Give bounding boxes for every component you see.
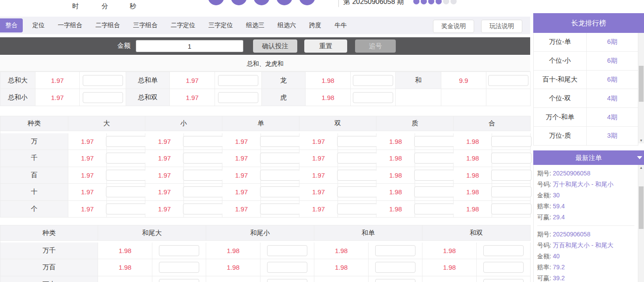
chevron-down-icon[interactable] bbox=[637, 156, 642, 159]
dragon-rank-row: 万个-和单4期 bbox=[534, 108, 638, 127]
tab-跨度[interactable]: 跨度 bbox=[309, 21, 321, 29]
scroll-down-icon[interactable]: ▼ bbox=[638, 139, 644, 143]
tab-牛牛[interactable]: 牛牛 bbox=[334, 21, 347, 29]
bet-amount-input[interactable] bbox=[183, 170, 223, 181]
bet-input-cell bbox=[338, 184, 377, 201]
bet-number-value: 万百和尾大小 - 和尾大 bbox=[553, 242, 613, 249]
bet-amount-input[interactable] bbox=[260, 136, 300, 147]
bet-input-cell bbox=[338, 133, 377, 150]
dragon-rank-periods[interactable]: 6期 bbox=[587, 33, 638, 51]
dragon-scrollbar-thumb[interactable] bbox=[639, 66, 644, 102]
odds-value: 1.98 bbox=[314, 276, 369, 282]
bet-amount-input[interactable] bbox=[183, 186, 223, 197]
tab-定位[interactable]: 定位 bbox=[32, 21, 45, 29]
bet-amount-input[interactable] bbox=[375, 245, 415, 256]
bet-amount-input[interactable] bbox=[337, 186, 377, 197]
bet-amount-input[interactable] bbox=[183, 203, 223, 214]
bet-odds-line: 赔率: 59.4 bbox=[537, 201, 638, 212]
dragon-rank-periods[interactable]: 4期 bbox=[587, 89, 638, 107]
tab-三字定位[interactable]: 三字定位 bbox=[208, 21, 233, 29]
bet-amount-input[interactable] bbox=[375, 279, 415, 282]
bet-amount-input[interactable] bbox=[267, 279, 307, 282]
bet-amount-input[interactable] bbox=[491, 136, 531, 147]
bet-amount-input[interactable] bbox=[106, 153, 146, 164]
dragon-rank-periods[interactable]: 3期 bbox=[587, 127, 638, 145]
tab-二字定位[interactable]: 二字定位 bbox=[171, 21, 195, 29]
bet-amount-input[interactable] bbox=[414, 136, 454, 147]
column-header: 双 bbox=[299, 116, 377, 131]
rules-info-button[interactable]: 玩法说明 bbox=[481, 20, 522, 33]
row-label: 万 bbox=[0, 133, 68, 150]
dragon-rank-periods[interactable]: 6期 bbox=[587, 52, 638, 70]
bet-amount-input[interactable] bbox=[414, 153, 454, 164]
odds-value: 1.98 bbox=[98, 243, 152, 260]
bet-amount-input[interactable] bbox=[260, 186, 300, 197]
lottery-ball bbox=[253, 0, 270, 5]
bet-amount-input[interactable] bbox=[414, 186, 454, 197]
bet-amount-input[interactable] bbox=[106, 136, 146, 147]
bet-amount-input[interactable] bbox=[267, 245, 307, 256]
bet-amount-input[interactable] bbox=[106, 203, 146, 214]
bet-amount-input[interactable] bbox=[337, 136, 377, 147]
bet-amount-input[interactable] bbox=[83, 92, 123, 103]
bet-amount-input[interactable] bbox=[483, 245, 524, 256]
confirm-bet-button[interactable]: 确认投注 bbox=[253, 39, 297, 53]
bet-amount-input[interactable] bbox=[414, 203, 454, 214]
bet-amount-input[interactable] bbox=[260, 153, 300, 164]
tab-组选三[interactable]: 组选三 bbox=[246, 21, 264, 29]
bet-amount-input[interactable] bbox=[491, 203, 531, 214]
bet-input-cell bbox=[351, 72, 396, 89]
bet-amount-input[interactable] bbox=[491, 170, 531, 181]
reset-button[interactable]: 重置 bbox=[304, 39, 347, 53]
bet-amount-input[interactable] bbox=[218, 92, 258, 103]
row-label: 百 bbox=[0, 167, 68, 184]
bet-amount-input[interactable] bbox=[491, 186, 531, 197]
bet-amount-input[interactable] bbox=[183, 136, 223, 147]
bet-input-cell bbox=[261, 133, 299, 150]
bet-amount-input[interactable] bbox=[337, 170, 377, 181]
bet-amount-input[interactable] bbox=[375, 262, 415, 273]
bet-amount-input[interactable] bbox=[183, 153, 223, 164]
bet-amount-input[interactable] bbox=[488, 75, 528, 86]
tab-整合[interactable]: 整合 bbox=[0, 18, 23, 32]
bet-amount-input[interactable] bbox=[159, 245, 199, 256]
bet-amount-input[interactable] bbox=[414, 170, 454, 181]
chase-number-button[interactable]: 追号 bbox=[355, 39, 396, 53]
bet-amount-input[interactable] bbox=[491, 153, 531, 164]
amount-input[interactable] bbox=[136, 40, 243, 52]
bet-amount-input[interactable] bbox=[83, 75, 123, 86]
bets-scrollbar-track[interactable]: ▲ bbox=[638, 165, 644, 282]
bet-amount-input[interactable] bbox=[337, 153, 377, 164]
bet-input-cell bbox=[107, 201, 145, 218]
odds-value: 1.97 bbox=[68, 167, 107, 184]
tab-三字组合[interactable]: 三字组合 bbox=[133, 21, 158, 29]
tab-一字组合[interactable]: 一字组合 bbox=[58, 21, 82, 29]
bet-period-label: 期号: bbox=[537, 231, 553, 238]
bet-amount-input[interactable] bbox=[267, 262, 307, 273]
bet-amount-input[interactable] bbox=[159, 262, 199, 273]
amount-label: 金额 bbox=[117, 42, 130, 50]
bet-amount-input[interactable] bbox=[260, 170, 300, 181]
bet-amount-input[interactable] bbox=[483, 262, 524, 273]
bet-amount-input[interactable] bbox=[353, 92, 393, 103]
bet-input-cell bbox=[415, 150, 454, 167]
bet-amount-input[interactable] bbox=[106, 170, 146, 181]
bet-amount-input[interactable] bbox=[218, 75, 258, 86]
bet-amount-input[interactable] bbox=[483, 279, 524, 282]
bets-scrollbar-thumb[interactable] bbox=[639, 186, 644, 229]
bet-input-cell bbox=[492, 201, 531, 218]
bet-amount-input[interactable] bbox=[353, 75, 393, 86]
bet-amount-input[interactable] bbox=[260, 203, 300, 214]
odds-value: 1.98 bbox=[377, 167, 415, 184]
bet-amount-input[interactable] bbox=[337, 203, 377, 214]
dragon-rank-periods[interactable]: 4期 bbox=[587, 108, 638, 126]
bonus-info-button[interactable]: 奖金说明 bbox=[433, 20, 474, 33]
tab-二字组合[interactable]: 二字组合 bbox=[95, 21, 120, 29]
bet-amount-input[interactable] bbox=[159, 279, 199, 282]
scroll-up-icon[interactable]: ▲ bbox=[638, 166, 644, 170]
dragon-rank-periods[interactable]: 6期 bbox=[587, 71, 638, 89]
bet-amount-input[interactable] bbox=[106, 186, 146, 197]
dragon-scrollbar-track[interactable]: ▼ bbox=[638, 33, 644, 143]
tab-组选六[interactable]: 组选六 bbox=[278, 21, 296, 29]
bet-period-line: 期号: 20250906058 bbox=[537, 168, 638, 179]
